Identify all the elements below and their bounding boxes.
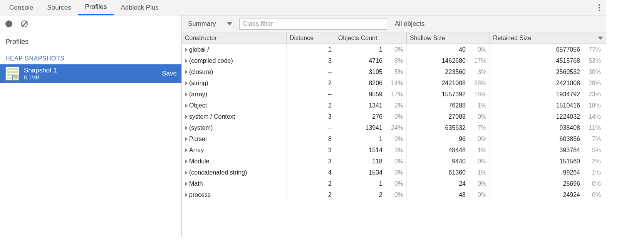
cell-objects-count: 955917% [335, 89, 407, 100]
expand-triangle-icon[interactable] [185, 81, 188, 86]
header-objects-count[interactable]: Objects Count [335, 32, 407, 44]
class-filter-input[interactable] [239, 18, 387, 30]
expand-triangle-icon[interactable] [185, 114, 188, 119]
kebab-menu-icon[interactable] [595, 2, 604, 13]
clear-icon[interactable] [21, 20, 28, 27]
table-row[interactable]: (closure)–31055%2235603%256053230% [182, 66, 606, 77]
snapshot-item[interactable]: Snapshot 1 8.1MB Save [0, 64, 181, 83]
cell-shallow-size: 94400% [407, 156, 490, 167]
shallow-value: 76288 [449, 102, 466, 109]
cell-constructor: Array [182, 144, 287, 156]
expand-triangle-icon[interactable] [185, 126, 188, 130]
expand-triangle-icon[interactable] [185, 181, 188, 186]
table-row[interactable]: Math210%240%256960% [182, 178, 606, 189]
view-mode-select[interactable]: Summary [185, 20, 235, 28]
cell-retained-size: 657705677% [490, 44, 606, 55]
table-row[interactable]: process220%480%249240% [182, 189, 606, 200]
retained-pct: 28% [584, 80, 601, 87]
header-retained-size[interactable]: Retained Size [490, 32, 606, 44]
expand-triangle-icon[interactable] [185, 47, 188, 52]
table-row[interactable]: (compiled code)347168%146268017%45157685… [182, 55, 606, 66]
header-distance[interactable]: Distance [287, 32, 335, 44]
expand-triangle-icon[interactable] [185, 148, 188, 153]
table-row[interactable]: system / Context32760%270880%122403214% [182, 111, 606, 122]
expand-triangle-icon[interactable] [185, 193, 188, 197]
obj-count-value: 4716 [369, 57, 382, 64]
retained-value: 6577056 [556, 46, 580, 53]
header-shallow-size[interactable]: Shallow Size [407, 32, 490, 44]
table-header: Constructor Distance Objects Count Shall… [182, 32, 606, 44]
cell-retained-size: 249240% [490, 189, 606, 200]
header-constructor[interactable]: Constructor [182, 32, 287, 44]
obj-count-value: 8206 [369, 80, 382, 87]
cell-retained-size: 93840811% [490, 122, 606, 133]
obj-count-pct: 0% [386, 158, 403, 165]
cell-retained-size: 451576853% [490, 55, 606, 66]
cell-distance: – [287, 122, 335, 133]
table-row[interactable]: (system)–1394124%6356327%93840811% [182, 122, 606, 133]
cell-objects-count: 15343% [335, 167, 407, 178]
shallow-value: 1462680 [442, 57, 466, 64]
cell-retained-size: 193479223% [490, 89, 606, 100]
retained-value: 603856 [560, 136, 580, 143]
shallow-value: 9440 [452, 158, 466, 165]
record-icon[interactable] [5, 20, 12, 27]
retained-value: 1510416 [556, 102, 580, 109]
expand-triangle-icon[interactable] [185, 159, 188, 164]
shallow-pct: 0% [470, 136, 486, 143]
tab-profiles[interactable]: Profiles [78, 0, 114, 15]
shallow-pct: 7% [470, 124, 486, 131]
retained-pct: 5% [584, 147, 601, 154]
cell-constructor: Parser [182, 133, 287, 144]
cell-distance: 3 [287, 55, 335, 66]
table-row[interactable]: Module31180%94400%1515602% [182, 156, 606, 167]
retained-value: 2560532 [556, 69, 580, 76]
expand-triangle-icon[interactable] [185, 92, 188, 97]
expand-triangle-icon[interactable] [185, 170, 188, 175]
constructor-name: system / Context [189, 113, 235, 120]
constructor-name: Parser [189, 136, 207, 143]
expand-triangle-icon[interactable] [185, 70, 188, 74]
expand-triangle-icon[interactable] [185, 59, 188, 63]
obj-count-pct: 24% [386, 124, 403, 131]
tab-console[interactable]: Console [2, 0, 40, 15]
retained-value: 25696 [563, 180, 580, 187]
obj-count-pct: 5% [386, 69, 403, 76]
cell-retained-size: 6038567% [490, 133, 606, 144]
obj-count-pct: 0% [386, 46, 403, 53]
expand-triangle-icon[interactable] [185, 137, 188, 141]
shallow-pct: 0% [470, 113, 486, 120]
shallow-pct: 17% [470, 57, 486, 64]
expand-triangle-icon[interactable] [185, 103, 188, 108]
table-row[interactable]: Array315143%484481%3937845% [182, 144, 606, 156]
cell-shallow-size: 613601% [407, 167, 490, 178]
cell-objects-count: 15143% [335, 144, 407, 156]
obj-count-value: 276 [372, 113, 382, 120]
retained-value: 393784 [560, 147, 580, 154]
sidebar-toolbar [0, 15, 181, 32]
snapshot-save-link[interactable]: Save [162, 70, 177, 77]
profiles-sidebar: Profiles HEAP SNAPSHOTS Snapshot 1 8.1MB… [0, 15, 182, 237]
table-row[interactable]: (array)–955917%155739218%193479223% [182, 89, 606, 100]
header-retained-label: Retained Size [493, 35, 532, 42]
shallow-value: 223560 [445, 69, 466, 76]
snapshot-spreadsheet-icon [5, 67, 19, 81]
table-row[interactable]: Parser810%960%6038567% [182, 133, 606, 144]
table-row[interactable]: (string)2820614%242100828%242100828% [182, 77, 606, 89]
cell-distance: 4 [287, 167, 335, 178]
obj-count-pct: 8% [386, 57, 403, 64]
table-row[interactable]: global /110%400%657705677% [182, 44, 606, 55]
cell-constructor: (system) [182, 122, 287, 133]
table-row[interactable]: Object213412%762881%151041618% [182, 100, 606, 111]
objects-filter-select[interactable]: All objects [391, 20, 428, 28]
chevron-down-icon [227, 22, 232, 25]
cell-objects-count: 47168% [335, 55, 407, 66]
cell-constructor: Object [182, 100, 287, 111]
retained-pct: 11% [584, 124, 601, 131]
shallow-pct: 0% [470, 192, 486, 198]
tab-sources[interactable]: Sources [40, 0, 78, 15]
table-row[interactable]: (concatenated string)415343%613601%99264… [182, 167, 606, 178]
cell-constructor: (array) [182, 89, 287, 100]
cell-distance: 2 [287, 178, 335, 189]
tab-adblock-plus[interactable]: Adblock Plus [114, 0, 165, 15]
